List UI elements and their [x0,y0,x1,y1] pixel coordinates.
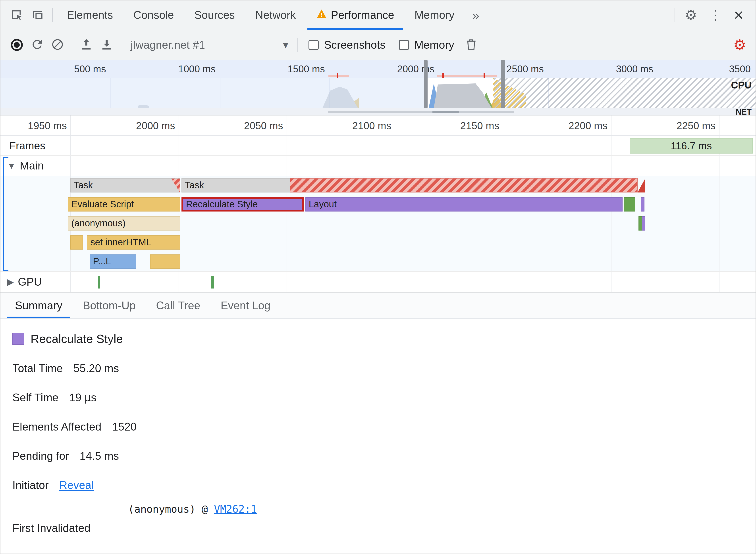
network-activity-segment [432,111,459,113]
checkbox-label: Screenshots [324,39,385,51]
stack-frame-function: (anonymous) @ [128,503,214,515]
flame-bar-longtask-end[interactable] [638,178,645,192]
tab-elements[interactable]: Elements [57,0,123,30]
event-marker [442,73,444,78]
separator [726,38,726,52]
load-profile-button[interactable] [76,35,97,55]
overview-tick-label: 3500 [691,60,751,78]
flame-bar-render[interactable] [641,197,644,212]
overview-tick-label: 3000 ms [594,60,653,78]
frames-track: Frames 116.7 ms [0,136,756,156]
tab-call-tree[interactable]: Call Tree [146,293,211,318]
flame-bar-layout[interactable]: Layout [306,197,623,212]
tab-memory[interactable]: Memory [404,0,465,30]
tab-event-log[interactable]: Event Log [211,293,281,318]
stack-frame-source-link[interactable]: VM262:1 [214,503,257,515]
summary-pane: Recalculate Style Total Time 55.20 ms Se… [0,319,756,554]
reveal-link[interactable]: Reveal [59,479,94,492]
cpu-busy-hatch [494,78,756,108]
timeline-overview[interactable]: 500 ms 1000 ms 1500 ms 2000 ms 2500 ms 3… [0,60,756,115]
settings-button[interactable]: ⚙ [679,8,703,22]
tab-network[interactable]: Network [245,0,306,30]
gpu-track: ▶ GPU [0,271,756,292]
screenshots-checkbox[interactable]: Screenshots [309,39,385,51]
tab-console[interactable]: Console [123,0,184,30]
tab-sources[interactable]: Sources [184,0,245,30]
triangle-right-icon: ▶ [7,277,14,287]
selected-event-name: Recalculate Style [31,332,123,346]
download-icon [100,38,113,52]
flame-bar-recalculate-style[interactable]: Recalculate Style [181,197,304,212]
flame-bar-p-l[interactable]: P...L [90,255,136,269]
detail-tick-label: 2200 ms [545,115,607,136]
stat-value: 14.5 ms [80,450,119,462]
flame-bar-evaluate-script[interactable]: Evaluate Script [68,197,180,212]
stat-label: First Invalidated [12,522,91,535]
warning-icon [316,9,327,21]
flame-bar-script[interactable] [70,235,83,250]
frame-duration-block[interactable]: 116.7 ms [630,138,753,154]
tab-label: Network [255,9,296,21]
net-label: NET [736,108,752,115]
selection-handle-left[interactable] [424,60,428,108]
summary-stat-row: Self Time 19 µs [12,391,747,404]
flame-bar-anonymous[interactable]: (anonymous) [68,216,180,230]
event-color-swatch [12,333,24,345]
gpu-activity-tick [98,276,100,288]
stat-label: Initiator [12,479,49,492]
clear-recording-button[interactable] [47,35,68,55]
more-tabs-button[interactable]: » [465,0,487,30]
event-marker [484,73,485,78]
flame-bar-set-innerhtml[interactable]: set innerHTML [87,235,180,250]
stat-value: 55.20 ms [73,362,119,375]
record-button[interactable] [7,35,27,55]
tab-label: Sources [194,9,235,21]
chevron-down-icon: ▾ [283,39,288,51]
cpu-activity-plateau [434,82,492,108]
flame-bar-task[interactable]: Task [70,178,180,192]
overflow-menu-button[interactable]: ⋮ [703,8,728,22]
active-tab-underline [308,28,403,30]
active-tab-underline [7,317,70,318]
flame-bar-paint[interactable] [639,216,642,230]
selected-event-legend: Recalculate Style [12,332,747,346]
main-flame: TaskTaskEvaluate ScriptRecalculate Style… [0,176,756,271]
save-profile-button[interactable] [97,35,117,55]
cpu-label: CPU [731,80,752,91]
stat-value: 19 µs [69,391,96,404]
tab-performance[interactable]: Performance [306,0,404,30]
garbage-collect-button[interactable] [461,35,481,55]
flame-bar-paint[interactable] [624,197,635,212]
separator [674,8,675,22]
tab-bottom-up[interactable]: Bottom-Up [72,293,146,318]
flame-chart-panel[interactable]: 1950 ms 2000 ms 2050 ms 2100 ms 2150 ms … [0,115,756,292]
flame-bar-task[interactable]: Task [181,178,290,192]
devtools-tabbar: Elements Console Sources Network Perform… [0,0,756,30]
stat-value: 1520 [112,421,137,433]
selection-handle-right[interactable] [501,60,505,108]
session-select[interactable]: jlwagner.net #1 ▾ [125,39,293,51]
gpu-track-toggle[interactable]: ▶ GPU [7,272,42,292]
capture-settings-button[interactable]: ⚙ [730,38,749,52]
flame-bar-render[interactable] [642,216,645,230]
overview-ruler: 500 ms 1000 ms 1500 ms 2000 ms 2500 ms 3… [0,60,756,78]
inspect-element-button[interactable] [6,0,27,30]
main-track-toggle[interactable]: ▼ Main [7,156,44,176]
overview-tick-label: 1000 ms [156,60,216,78]
tab-summary[interactable]: Summary [5,293,72,318]
close-devtools-button[interactable]: × [728,7,749,23]
performance-toolbar: jlwagner.net #1 ▾ Screenshots Memory ⚙ [0,30,756,60]
overview-tick-label: 500 ms [46,60,106,78]
detail-ruler: 1950 ms 2000 ms 2050 ms 2100 ms 2150 ms … [0,115,756,136]
triangle-down-icon: ▼ [7,161,16,171]
overview-dimmed-region [0,78,424,108]
summary-stat-row: Elements Affected 1520 [12,421,747,433]
reload-and-record-button[interactable] [27,35,47,55]
memory-checkbox[interactable]: Memory [399,39,454,51]
flame-bar-longtask[interactable] [290,178,638,192]
device-toolbar-button[interactable] [27,0,48,30]
device-toolbar-icon [31,8,44,22]
gear-icon: ⚙ [733,37,746,53]
flame-bar-script[interactable] [150,255,180,269]
gpu-track-label: GPU [18,275,42,288]
